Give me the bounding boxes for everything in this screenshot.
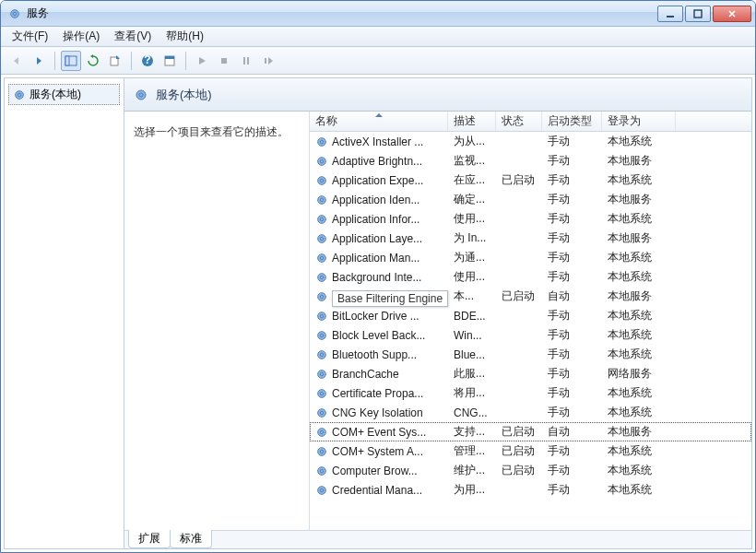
cell-logon: 本地服务 — [602, 230, 676, 246]
maximize-button[interactable] — [685, 6, 711, 22]
cell-name: Credential Mana... — [310, 484, 448, 497]
svg-rect-10 — [165, 56, 174, 59]
svg-point-46 — [320, 392, 324, 395]
stop-service-button[interactable] — [214, 51, 234, 71]
titlebar[interactable]: 服务 — [1, 1, 755, 27]
svg-point-48 — [320, 411, 324, 415]
cell-desc: 使用... — [448, 211, 496, 227]
cell-logon: 本地系统 — [602, 385, 676, 401]
gear-icon — [315, 484, 328, 497]
refresh-button[interactable] — [83, 51, 103, 71]
cell-desc: Win... — [448, 329, 496, 342]
service-row[interactable]: COM+ System A...管理...已启动手动本地系统 — [310, 441, 751, 461]
service-row[interactable]: Bluetooth Supp...Blue...手动本地系统 — [310, 345, 751, 364]
service-row[interactable]: Application Expe...在应...已启动手动本地系统 — [310, 171, 751, 190]
svg-point-56 — [320, 488, 324, 492]
nav-services-local[interactable]: 服务(本地) — [8, 84, 120, 105]
svg-point-38 — [320, 314, 324, 318]
svg-point-30 — [320, 237, 324, 241]
column-name[interactable]: 名称 — [310, 112, 448, 131]
cell-desc: 此服... — [448, 366, 496, 382]
column-description[interactable]: 描述 — [448, 112, 496, 131]
cell-logon: 本地系统 — [602, 134, 676, 149]
description-pane: 选择一个项目来查看它的描述。 — [124, 112, 309, 531]
service-row[interactable]: Base Filtering En...本...已启动自动本地服务 — [310, 287, 751, 306]
service-row[interactable]: Computer Brow...维护...已启动手动本地系统 — [310, 461, 751, 480]
svg-point-32 — [320, 256, 324, 260]
cell-desc: 本... — [448, 288, 496, 304]
cell-name: CNG Key Isolation — [310, 406, 448, 419]
service-row[interactable]: Application Iden...确定...手动本地服务 — [310, 190, 751, 209]
cell-status: 已启动 — [496, 288, 542, 304]
menu-view[interactable]: 查看(V) — [107, 27, 159, 46]
cell-name: Application Iden... — [310, 194, 448, 206]
column-startup-type[interactable]: 启动类型 — [542, 112, 602, 131]
gear-icon — [315, 174, 328, 187]
service-row[interactable]: Application Laye...为 In...手动本地服务 — [310, 229, 751, 248]
menu-help[interactable]: 帮助(H) — [159, 27, 211, 46]
service-row[interactable]: Application Man...为通...手动本地系统 — [310, 248, 751, 267]
service-row[interactable]: Application Infor...使用...手动本地系统 — [310, 209, 751, 229]
cell-name: Bluetooth Supp... — [310, 348, 448, 361]
cell-start: 手动 — [542, 443, 602, 459]
tab-extended[interactable]: 扩展 — [128, 530, 171, 548]
gear-icon — [315, 194, 328, 206]
tab-standard[interactable]: 标准 — [170, 530, 212, 548]
service-row[interactable]: BitLocker Drive ...BDE...手动本地系统 — [310, 306, 751, 325]
service-row[interactable]: Certificate Propa...将用...手动本地系统 — [310, 383, 751, 403]
svg-point-34 — [320, 276, 324, 279]
export-list-button[interactable] — [105, 51, 125, 71]
cell-start: 手动 — [542, 366, 602, 382]
menu-action[interactable]: 操作(A) — [55, 27, 107, 46]
cell-name: Block Level Back... — [310, 329, 448, 342]
main-pane: 服务(本地) 选择一个项目来查看它的描述。 名称 描述 状态 启动类型 登录为 … — [124, 78, 751, 548]
close-button[interactable] — [713, 6, 751, 22]
column-logon-as[interactable]: 登录为 — [602, 112, 676, 131]
pause-service-button[interactable] — [236, 51, 256, 71]
menubar: 文件(F) 操作(A) 查看(V) 帮助(H) — [1, 27, 755, 47]
service-row[interactable]: Credential Mana...为用...手动本地系统 — [310, 480, 751, 500]
restart-service-button[interactable] — [258, 51, 278, 71]
svg-point-54 — [320, 469, 324, 473]
gear-icon — [315, 135, 328, 148]
cell-name: ActiveX Installer ... — [310, 135, 448, 148]
help-button[interactable]: ? — [137, 51, 158, 71]
show-hide-tree-button[interactable] — [61, 51, 81, 71]
start-service-button[interactable] — [192, 51, 212, 71]
cell-start: 手动 — [542, 250, 602, 265]
cell-start: 手动 — [542, 482, 602, 498]
cell-logon: 本地系统 — [602, 250, 676, 265]
minimize-button[interactable] — [657, 6, 683, 22]
menu-file[interactable]: 文件(F) — [5, 27, 55, 46]
column-status[interactable]: 状态 — [496, 112, 542, 131]
gear-icon — [13, 88, 26, 101]
service-row[interactable]: CNG Key IsolationCNG...手动本地系统 — [310, 403, 751, 422]
service-rows[interactable]: ActiveX Installer ...为从...手动本地系统Adaptive… — [310, 132, 751, 531]
cell-name: Application Expe... — [310, 174, 448, 187]
service-row[interactable]: Background Inte...使用...手动本地系统 — [310, 267, 751, 287]
svg-point-42 — [320, 353, 324, 357]
cell-logon: 本地系统 — [602, 347, 676, 362]
main-body: 选择一个项目来查看它的描述。 名称 描述 状态 启动类型 登录为 ActiveX… — [124, 112, 751, 531]
service-row[interactable]: Adaptive Brightn...监视...手动本地服务 — [310, 151, 751, 171]
back-button[interactable] — [6, 51, 27, 71]
cell-logon: 本地系统 — [602, 172, 676, 188]
service-row[interactable]: COM+ Event Sys...支持...已启动自动本地服务 — [310, 422, 751, 441]
cell-logon: 网络服务 — [602, 366, 676, 382]
forward-button[interactable] — [29, 51, 49, 71]
service-row[interactable]: ActiveX Installer ...为从...手动本地系统 — [310, 132, 751, 151]
cell-status: 已启动 — [496, 424, 542, 440]
gear-icon — [315, 213, 328, 226]
properties-button[interactable] — [159, 51, 180, 71]
service-row[interactable]: BranchCache此服...手动网络服务 — [310, 364, 751, 383]
toolbar-separator — [185, 52, 186, 70]
main-header: 服务(本地) — [124, 78, 751, 112]
toolbar-separator — [131, 52, 132, 70]
toolbar-separator — [54, 52, 55, 70]
cell-start: 手动 — [542, 230, 602, 246]
cell-name: Background Inte... — [310, 271, 448, 284]
nav-label: 服务(本地) — [30, 87, 81, 102]
cell-desc: BDE... — [448, 310, 496, 323]
service-row[interactable]: Block Level Back...Win...手动本地系统 — [310, 325, 751, 345]
toolbar: ? — [1, 47, 755, 75]
